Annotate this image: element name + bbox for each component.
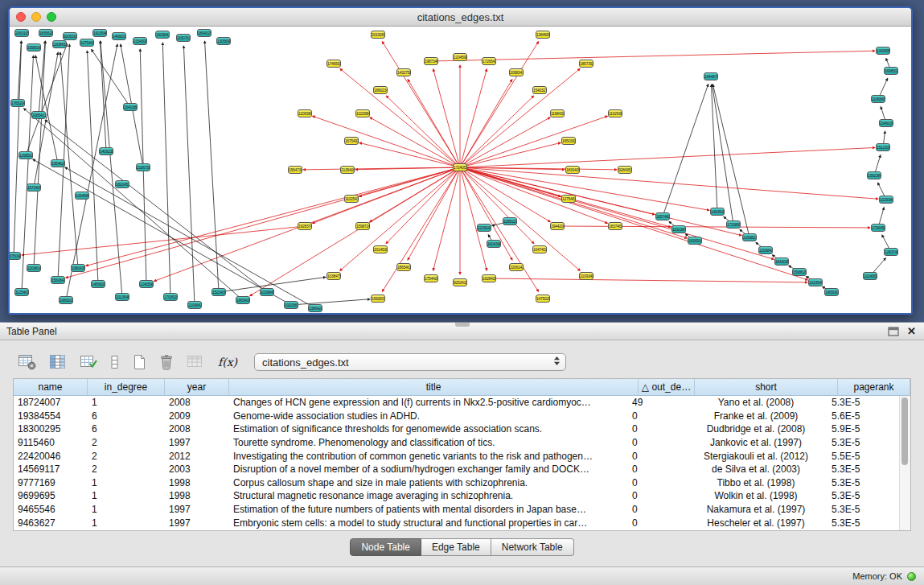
network-node[interactable]: 20135468: [115, 293, 129, 301]
network-node[interactable]: 14682035: [112, 32, 126, 40]
network-node[interactable]: 15986203: [792, 268, 807, 276]
network-node[interactable]: 22098145: [27, 264, 41, 272]
table-row[interactable]: 1456911722003Disruption of a novel membe…: [14, 463, 900, 476]
network-node[interactable]: 17364509: [871, 224, 885, 232]
delete-table-icon[interactable]: [155, 351, 178, 373]
table-row[interactable]: 969969511998Structural magnetic resonanc…: [14, 489, 900, 503]
minimize-window-button[interactable]: [31, 12, 41, 22]
network-node[interactable]: 20854136: [31, 111, 46, 119]
network-node[interactable]: 19205834: [284, 301, 298, 309]
network-node[interactable]: 11850234: [503, 217, 517, 225]
network-node[interactable]: 11984302: [550, 109, 565, 117]
network-node[interactable]: 16574839: [655, 212, 670, 220]
network-node[interactable]: 17265430: [482, 57, 496, 65]
network-node[interactable]: 19546208: [51, 159, 65, 167]
network-canvas[interactable]: 1724051318304052127548111944206710474038…: [10, 27, 911, 314]
network-node[interactable]: 11923847: [671, 225, 686, 233]
network-node[interactable]: 17652043: [10, 99, 25, 107]
network-node[interactable]: 21068435: [187, 301, 202, 309]
network-node[interactable]: 16985024: [884, 67, 898, 75]
row-list-icon[interactable]: [106, 351, 123, 373]
new-document-icon[interactable]: [128, 351, 150, 373]
import-table-icon[interactable]: [183, 351, 208, 373]
network-view-window[interactable]: citations_edges.txt 17240513183040521275…: [8, 6, 913, 315]
network-node[interactable]: 18943250: [197, 29, 211, 37]
network-node[interactable]: 21049586: [863, 272, 877, 280]
network-node[interactable]: 18654092: [236, 296, 250, 304]
network-node[interactable]: 21354062: [340, 166, 355, 174]
column-header-year[interactable]: year: [165, 379, 229, 395]
tab-node-table[interactable]: Node Table: [350, 538, 421, 556]
network-node[interactable]: 15647382: [288, 166, 302, 174]
network-node[interactable]: 20983415: [509, 68, 524, 76]
network-node[interactable]: 15923847: [867, 171, 881, 179]
network-node[interactable]: 19804356: [71, 264, 85, 272]
network-node[interactable]: 12045983: [453, 53, 467, 61]
network-node[interactable]: 16098432: [155, 31, 170, 39]
column-header-pagerank[interactable]: pagerank: [838, 379, 910, 395]
tab-edge-table[interactable]: Edge Table: [421, 538, 491, 556]
network-node[interactable]: 12068435: [758, 246, 773, 254]
network-node[interactable]: 20631054: [14, 29, 29, 37]
column-header-name[interactable]: name: [14, 379, 88, 395]
network-node[interactable]: 12405986: [139, 280, 154, 288]
edit-table-icon[interactable]: [76, 351, 101, 373]
network-node[interactable]: 10293847: [879, 196, 893, 204]
network-node[interactable]: 13846592: [536, 31, 550, 39]
network-node[interactable]: 16284205: [482, 274, 496, 282]
table-row[interactable]: 1938455462009Genome-wide association stu…: [14, 410, 900, 423]
network-node[interactable]: 11254098: [14, 288, 29, 296]
network-node[interactable]: 13056984: [216, 37, 231, 45]
network-node[interactable]: 21867503: [136, 163, 150, 171]
network-node[interactable]: 12754811: [561, 195, 576, 203]
network-node[interactable]: 14568203: [91, 280, 105, 288]
network-node[interactable]: 19283746: [298, 222, 312, 230]
table-row[interactable]: 977716911998Corpus callosum shape and si…: [14, 476, 900, 490]
column-header-out_de[interactable]: △ out_de…: [639, 379, 695, 395]
tab-network-table[interactable]: Network Table: [491, 538, 574, 556]
network-node[interactable]: 20145302: [373, 245, 388, 253]
table-scrollbar-thumb[interactable]: [901, 398, 908, 465]
network-node[interactable]: 16503924: [561, 137, 576, 145]
function-builder-icon[interactable]: f(x): [213, 351, 241, 373]
zoom-window-button[interactable]: [47, 12, 56, 22]
network-node[interactable]: 14750292: [536, 295, 550, 303]
network-node[interactable]: 13864205: [308, 304, 322, 312]
network-node[interactable]: 22084315: [52, 40, 67, 48]
network-node[interactable]: 20192837: [371, 31, 385, 39]
network-node[interactable]: 15204398: [211, 288, 226, 296]
network-node[interactable]: 15987243: [355, 222, 370, 230]
network-node[interactable]: 17465928: [326, 60, 341, 68]
network-node[interactable]: 13408956: [876, 47, 890, 55]
column-header-in_degree[interactable]: in_degree: [88, 379, 165, 395]
network-node[interactable]: 14327509: [396, 68, 411, 76]
network-node[interactable]: 11507634: [176, 34, 191, 42]
network-node[interactable]: 17544208: [424, 274, 438, 282]
network-node[interactable]: 18204536: [115, 180, 129, 188]
network-node[interactable]: 18365049: [688, 237, 702, 245]
table-options-icon[interactable]: [14, 351, 40, 373]
network-node[interactable]: 21543098: [133, 37, 147, 45]
table-row[interactable]: 946362711997Embryonic stem cells: a mode…: [14, 516, 900, 529]
network-node[interactable]: 20460398: [879, 119, 893, 127]
table-row[interactable]: 1872400712008Changes of HCN gene express…: [14, 396, 900, 410]
network-node[interactable]: 15403278: [532, 86, 547, 94]
network-node[interactable]: 19650834: [824, 288, 839, 296]
column-header-title[interactable]: title: [229, 379, 639, 395]
network-node[interactable]: 17935208: [163, 293, 178, 301]
network-node[interactable]: 15608432: [51, 276, 65, 284]
network-node[interactable]: 11068452: [871, 95, 885, 103]
table-row[interactable]: 911546021997Tourette syndrome. Phenomeno…: [14, 436, 900, 450]
network-node[interactable]: 10945862: [75, 192, 89, 200]
float-panel-icon[interactable]: [888, 327, 899, 336]
network-node[interactable]: 18654031: [396, 263, 411, 271]
window-titlebar[interactable]: citations_edges.txt: [10, 8, 911, 27]
network-node[interactable]: 14935086: [710, 208, 725, 216]
table-row[interactable]: 1830029562008Estimation of significance …: [14, 422, 900, 436]
network-node[interactable]: 12093846: [298, 109, 312, 117]
network-node[interactable]: 16043985: [487, 240, 501, 248]
network-node[interactable]: 10239845: [355, 109, 370, 117]
column-header-short[interactable]: short: [695, 379, 838, 395]
network-node[interactable]: 9253411: [453, 278, 467, 286]
network-node[interactable]: 11025437: [344, 195, 359, 203]
